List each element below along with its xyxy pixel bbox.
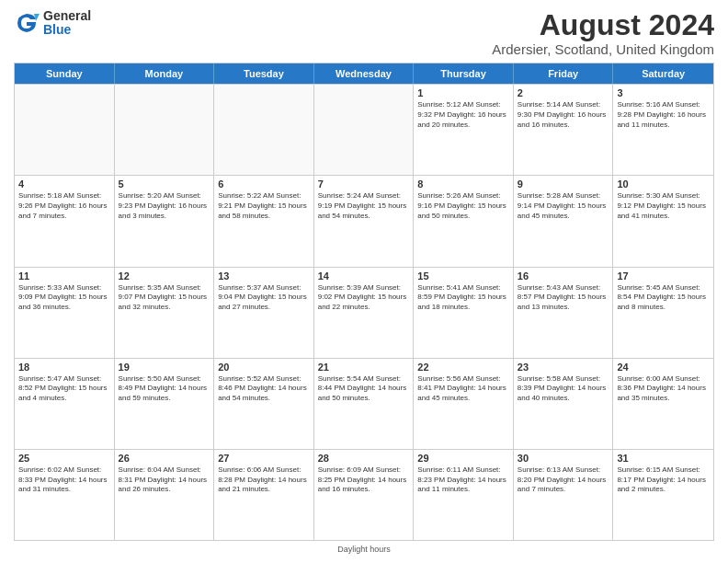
- day-info: Sunrise: 5:12 AM Sunset: 9:32 PM Dayligh…: [417, 100, 509, 130]
- day-number: 28: [318, 453, 410, 464]
- day-info: Sunrise: 5:41 AM Sunset: 8:59 PM Dayligh…: [417, 283, 509, 313]
- day-number: 25: [18, 453, 110, 464]
- day-info: Sunrise: 5:18 AM Sunset: 9:26 PM Dayligh…: [18, 191, 110, 221]
- calendar-cell: 11Sunrise: 5:33 AM Sunset: 9:09 PM Dayli…: [15, 268, 115, 358]
- calendar-cell: 14Sunrise: 5:39 AM Sunset: 9:02 PM Dayli…: [314, 268, 415, 358]
- calendar-cell: 20Sunrise: 5:52 AM Sunset: 8:46 PM Dayli…: [214, 359, 314, 449]
- calendar-week-row: 11Sunrise: 5:33 AM Sunset: 9:09 PM Dayli…: [15, 267, 713, 358]
- footer-note: Daylight hours: [14, 545, 714, 554]
- day-info: Sunrise: 5:43 AM Sunset: 8:57 PM Dayligh…: [518, 283, 609, 313]
- day-info: Sunrise: 5:50 AM Sunset: 8:49 PM Dayligh…: [119, 374, 210, 404]
- calendar-cell: 1Sunrise: 5:12 AM Sunset: 9:32 PM Daylig…: [414, 85, 514, 175]
- calendar-cell: 12Sunrise: 5:35 AM Sunset: 9:07 PM Dayli…: [115, 268, 215, 358]
- calendar-cell: 22Sunrise: 5:56 AM Sunset: 8:41 PM Dayli…: [414, 359, 514, 449]
- calendar-cell: 17Sunrise: 5:45 AM Sunset: 8:54 PM Dayli…: [613, 268, 713, 358]
- calendar-cell: 29Sunrise: 6:11 AM Sunset: 8:23 PM Dayli…: [414, 450, 514, 540]
- day-number: 6: [218, 178, 310, 190]
- calendar-cell: 13Sunrise: 5:37 AM Sunset: 9:04 PM Dayli…: [214, 268, 314, 358]
- day-info: Sunrise: 5:24 AM Sunset: 9:19 PM Dayligh…: [318, 191, 410, 221]
- calendar-cell: 2Sunrise: 5:14 AM Sunset: 9:30 PM Daylig…: [514, 85, 614, 175]
- day-number: 23: [518, 362, 609, 373]
- day-info: Sunrise: 5:56 AM Sunset: 8:41 PM Dayligh…: [417, 374, 509, 404]
- calendar-header-day: Monday: [115, 63, 215, 84]
- header: General Blue August 2024 Ardersier, Scot…: [14, 9, 714, 57]
- calendar-cell: 9Sunrise: 5:28 AM Sunset: 9:14 PM Daylig…: [514, 176, 614, 266]
- day-info: Sunrise: 6:13 AM Sunset: 8:20 PM Dayligh…: [518, 465, 609, 495]
- day-info: Sunrise: 5:26 AM Sunset: 9:16 PM Dayligh…: [417, 191, 509, 221]
- logo-icon: [14, 10, 40, 36]
- day-info: Sunrise: 5:35 AM Sunset: 9:07 PM Dayligh…: [119, 283, 210, 313]
- calendar-cell: 21Sunrise: 5:54 AM Sunset: 8:44 PM Dayli…: [314, 359, 415, 449]
- main-title: August 2024: [492, 9, 714, 41]
- calendar-cell: 25Sunrise: 6:02 AM Sunset: 8:33 PM Dayli…: [15, 450, 115, 540]
- calendar-header-day: Saturday: [613, 63, 713, 84]
- calendar-header-day: Sunday: [15, 63, 115, 84]
- day-info: Sunrise: 5:39 AM Sunset: 9:02 PM Dayligh…: [318, 283, 410, 313]
- day-number: 10: [617, 178, 710, 190]
- calendar-cell: 19Sunrise: 5:50 AM Sunset: 8:49 PM Dayli…: [115, 359, 215, 449]
- day-number: 4: [18, 178, 110, 190]
- calendar-cell: 26Sunrise: 6:04 AM Sunset: 8:31 PM Dayli…: [115, 450, 215, 540]
- calendar-cell: 15Sunrise: 5:41 AM Sunset: 8:59 PM Dayli…: [414, 268, 514, 358]
- logo-blue-text: Blue: [43, 23, 91, 37]
- day-number: 7: [318, 178, 410, 190]
- calendar-cell: 7Sunrise: 5:24 AM Sunset: 9:19 PM Daylig…: [314, 176, 415, 266]
- calendar-cell: 28Sunrise: 6:09 AM Sunset: 8:25 PM Dayli…: [314, 450, 415, 540]
- day-info: Sunrise: 5:30 AM Sunset: 9:12 PM Dayligh…: [617, 191, 710, 221]
- calendar-cell: [314, 85, 415, 175]
- day-info: Sunrise: 6:04 AM Sunset: 8:31 PM Dayligh…: [119, 465, 210, 495]
- day-number: 1: [417, 87, 509, 98]
- day-number: 11: [18, 270, 110, 282]
- calendar-body: 1Sunrise: 5:12 AM Sunset: 9:32 PM Daylig…: [15, 84, 713, 540]
- day-number: 26: [119, 453, 210, 464]
- day-number: 21: [318, 362, 410, 373]
- day-number: 27: [218, 453, 310, 464]
- day-info: Sunrise: 5:33 AM Sunset: 9:09 PM Dayligh…: [18, 283, 110, 313]
- day-info: Sunrise: 6:09 AM Sunset: 8:25 PM Dayligh…: [318, 465, 410, 495]
- day-number: 16: [518, 270, 609, 282]
- logo-general-text: General: [43, 9, 91, 23]
- calendar-cell: 30Sunrise: 6:13 AM Sunset: 8:20 PM Dayli…: [514, 450, 614, 540]
- calendar: SundayMondayTuesdayWednesdayThursdayFrid…: [14, 63, 714, 541]
- day-number: 22: [417, 362, 509, 373]
- day-number: 31: [617, 453, 710, 464]
- day-number: 12: [119, 270, 210, 282]
- day-number: 13: [218, 270, 310, 282]
- day-info: Sunrise: 5:58 AM Sunset: 8:39 PM Dayligh…: [518, 374, 609, 404]
- logo: General Blue: [14, 9, 91, 38]
- day-info: Sunrise: 5:28 AM Sunset: 9:14 PM Dayligh…: [518, 191, 609, 221]
- day-info: Sunrise: 5:22 AM Sunset: 9:21 PM Dayligh…: [218, 191, 310, 221]
- page: General Blue August 2024 Ardersier, Scot…: [0, 0, 728, 563]
- calendar-header-day: Friday: [514, 63, 614, 84]
- calendar-cell: 24Sunrise: 6:00 AM Sunset: 8:36 PM Dayli…: [613, 359, 713, 449]
- calendar-cell: [15, 85, 115, 175]
- day-number: 9: [518, 178, 609, 190]
- day-number: 20: [218, 362, 310, 373]
- calendar-header: SundayMondayTuesdayWednesdayThursdayFrid…: [15, 63, 713, 84]
- calendar-cell: [214, 85, 314, 175]
- calendar-header-day: Wednesday: [314, 63, 415, 84]
- calendar-cell: 8Sunrise: 5:26 AM Sunset: 9:16 PM Daylig…: [414, 176, 514, 266]
- calendar-cell: [115, 85, 215, 175]
- day-info: Sunrise: 5:52 AM Sunset: 8:46 PM Dayligh…: [218, 374, 310, 404]
- day-info: Sunrise: 5:37 AM Sunset: 9:04 PM Dayligh…: [218, 283, 310, 313]
- day-number: 5: [119, 178, 210, 190]
- calendar-cell: 6Sunrise: 5:22 AM Sunset: 9:21 PM Daylig…: [214, 176, 314, 266]
- calendar-cell: 10Sunrise: 5:30 AM Sunset: 9:12 PM Dayli…: [613, 176, 713, 266]
- day-number: 24: [617, 362, 710, 373]
- day-info: Sunrise: 6:15 AM Sunset: 8:17 PM Dayligh…: [617, 465, 710, 495]
- calendar-week-row: 1Sunrise: 5:12 AM Sunset: 9:32 PM Daylig…: [15, 84, 713, 175]
- day-info: Sunrise: 6:00 AM Sunset: 8:36 PM Dayligh…: [617, 374, 710, 404]
- day-number: 29: [417, 453, 509, 464]
- calendar-week-row: 4Sunrise: 5:18 AM Sunset: 9:26 PM Daylig…: [15, 175, 713, 266]
- day-number: 3: [617, 87, 710, 98]
- day-info: Sunrise: 5:45 AM Sunset: 8:54 PM Dayligh…: [617, 283, 710, 313]
- calendar-header-day: Tuesday: [214, 63, 314, 84]
- day-info: Sunrise: 6:06 AM Sunset: 8:28 PM Dayligh…: [218, 465, 310, 495]
- calendar-cell: 31Sunrise: 6:15 AM Sunset: 8:17 PM Dayli…: [613, 450, 713, 540]
- day-number: 8: [417, 178, 509, 190]
- calendar-cell: 16Sunrise: 5:43 AM Sunset: 8:57 PM Dayli…: [514, 268, 614, 358]
- day-number: 30: [518, 453, 609, 464]
- day-info: Sunrise: 6:02 AM Sunset: 8:33 PM Dayligh…: [18, 465, 110, 495]
- calendar-week-row: 25Sunrise: 6:02 AM Sunset: 8:33 PM Dayli…: [15, 449, 713, 540]
